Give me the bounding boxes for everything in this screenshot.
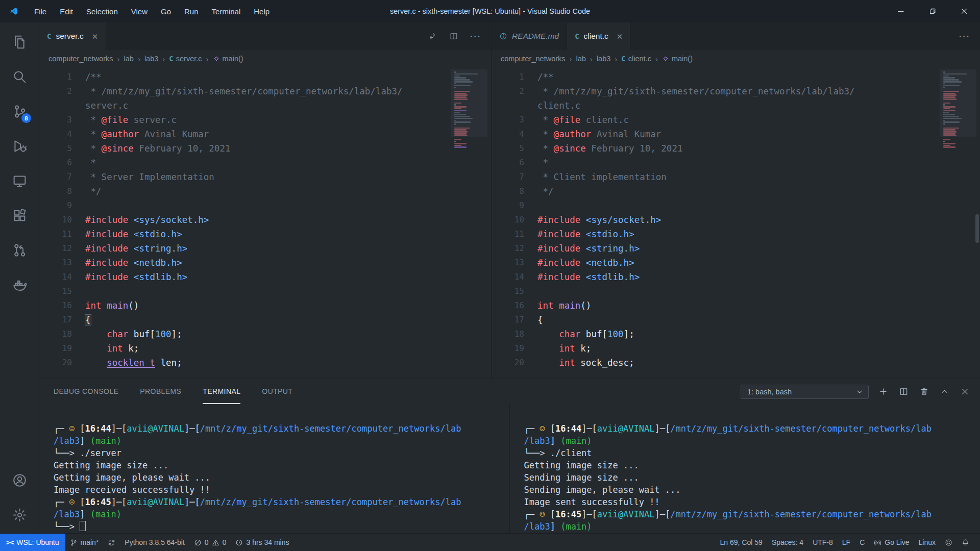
terminal-line[interactable]: Getting image, please wait ... bbox=[54, 471, 504, 484]
close-panel-button[interactable] bbox=[958, 385, 972, 398]
code-line[interactable]: 5 * @since February 10, 2021 bbox=[492, 141, 980, 156]
terminal-line[interactable]: ┌─ ☺ [16:45]─[avii@AVINAL]─[/mnt/z/my_gi… bbox=[524, 508, 975, 520]
breadcrumb-item-server-c[interactable]: Cserver.c bbox=[169, 55, 202, 63]
code-line[interactable]: 3 * @file client.c bbox=[492, 113, 980, 127]
terminal-line[interactable]: └──> ./client bbox=[524, 447, 975, 459]
close-icon[interactable]: ✕ bbox=[92, 33, 99, 40]
code-line[interactable]: 9 bbox=[39, 198, 491, 213]
activity-bar-explorer[interactable] bbox=[0, 24, 39, 59]
code-line[interactable]: 12#include <string.h> bbox=[492, 241, 980, 256]
panel-tab-problems[interactable]: PROBLEMS bbox=[140, 379, 181, 404]
code-line[interactable]: 11#include <stdio.h> bbox=[39, 227, 491, 241]
terminal-line[interactable]: Sending image, please wait ... bbox=[524, 484, 975, 496]
code-line[interactable]: 2 * /mnt/z/my_git/sixth-semester/compute… bbox=[39, 84, 491, 98]
terminal-line[interactable]: /lab3] (main) bbox=[524, 520, 975, 533]
code-line[interactable]: 20 socklen_t len; bbox=[39, 356, 491, 370]
minimap-slider[interactable] bbox=[940, 69, 976, 137]
status-eol[interactable]: LF bbox=[838, 534, 855, 551]
terminal-line[interactable]: /lab3] (main) bbox=[524, 435, 975, 447]
status-language-mode[interactable]: C bbox=[855, 534, 869, 551]
split-editor-button[interactable] bbox=[446, 29, 461, 44]
minimap-slider[interactable] bbox=[451, 69, 487, 137]
status-indentation[interactable]: Spaces: 4 bbox=[767, 534, 808, 551]
terminal-line[interactable]: /lab3] (main) bbox=[54, 435, 504, 447]
code-line[interactable]: 12#include <string.h> bbox=[39, 241, 491, 256]
code-line[interactable]: 15 bbox=[39, 284, 491, 298]
breadcrumb-item-main[interactable]: main() bbox=[662, 55, 693, 63]
status-encoding[interactable]: UTF-8 bbox=[808, 534, 838, 551]
tab-server-c[interactable]: Cserver.c✕ bbox=[39, 22, 106, 50]
code-line[interactable]: 5 * @since February 10, 2021 bbox=[39, 141, 491, 156]
code-line[interactable]: 13#include <netdb.h> bbox=[492, 256, 980, 270]
menu-file[interactable]: File bbox=[28, 0, 53, 22]
activity-bar-run-and-debug[interactable] bbox=[0, 129, 39, 163]
terminal-pane-left[interactable]: ┌─ ☺ [16:44]─[avii@AVINAL]─[/mnt/z/my_gi… bbox=[39, 404, 510, 534]
menu-run[interactable]: Run bbox=[178, 0, 205, 22]
terminal-line[interactable]: Getting image size ... bbox=[54, 459, 504, 471]
code-line[interactable]: 17{ bbox=[39, 313, 491, 327]
code-line[interactable]: 20 int sock_desc; bbox=[492, 356, 980, 370]
terminal-line[interactable]: Getting image size ... bbox=[524, 459, 975, 471]
code-line[interactable]: 3 * @file server.c bbox=[39, 113, 491, 127]
menu-view[interactable]: View bbox=[125, 0, 154, 22]
breadcrumb-item-lab[interactable]: lab bbox=[576, 55, 586, 63]
terminal-pane-right[interactable]: ┌─ ☺ [16:44]─[avii@AVINAL]─[/mnt/z/my_gi… bbox=[510, 404, 980, 534]
activity-bar-extensions[interactable] bbox=[0, 198, 39, 233]
code-line[interactable]: 8 */ bbox=[492, 184, 980, 198]
panel-tab-terminal[interactable]: TERMINAL bbox=[203, 379, 240, 404]
activity-bar-settings[interactable] bbox=[0, 497, 39, 532]
code-line[interactable]: 18 char buf[100]; bbox=[492, 327, 980, 341]
breadcrumb-item-lab3[interactable]: lab3 bbox=[144, 55, 158, 63]
code-line[interactable]: 7 * Client implementation bbox=[492, 170, 980, 184]
breadcrumb-item-computer-networks[interactable]: computer_networks bbox=[501, 55, 566, 63]
code-line[interactable]: 2 * /mnt/z/my_git/sixth-semester/compute… bbox=[492, 84, 980, 98]
code-line[interactable]: 4 * @author Avinal Kumar bbox=[39, 127, 491, 141]
code-line[interactable]: 6 * bbox=[492, 156, 980, 170]
status-sync[interactable] bbox=[103, 534, 120, 551]
menu-terminal[interactable]: Terminal bbox=[205, 0, 248, 22]
tab-readme-md[interactable]: README.md bbox=[492, 22, 567, 50]
status-python-interpreter[interactable]: Python 3.8.5 64-bit bbox=[120, 534, 189, 551]
code-line[interactable]: client.c bbox=[492, 98, 980, 113]
activity-bar-accounts[interactable] bbox=[0, 463, 39, 497]
terminal-picker-dropdown[interactable]: 1: bash, bash bbox=[741, 385, 869, 399]
more-actions-button[interactable]: ⋯ bbox=[468, 29, 483, 44]
menu-help[interactable]: Help bbox=[247, 0, 276, 22]
terminal-line[interactable]: ┌─ ☺ [16:44]─[avii@AVINAL]─[/mnt/z/my_gi… bbox=[54, 422, 504, 435]
minimize-button[interactable] bbox=[885, 0, 917, 22]
maximize-panel-button[interactable] bbox=[938, 385, 951, 398]
code-line[interactable]: 13#include <netdb.h> bbox=[39, 256, 491, 270]
code-line[interactable]: server.c bbox=[39, 98, 491, 113]
activity-bar-remote-explorer[interactable] bbox=[0, 163, 39, 198]
minimap[interactable] bbox=[943, 71, 973, 148]
open-changes-button[interactable] bbox=[425, 29, 440, 44]
status-remote[interactable]: ><WSL: Ubuntu bbox=[0, 534, 65, 551]
kill-terminal-button[interactable] bbox=[917, 385, 931, 398]
terminal-line[interactable]: Image received successfully !! bbox=[54, 484, 504, 496]
breadcrumb-item-computer-networks[interactable]: computer_networks bbox=[48, 55, 113, 63]
scrollbar-thumb[interactable] bbox=[975, 214, 979, 243]
panel-tab-debug-console[interactable]: DEBUG CONSOLE bbox=[54, 379, 118, 404]
terminal-line[interactable]: ┌─ ☺ [16:44]─[avii@AVINAL]─[/mnt/z/my_gi… bbox=[524, 422, 975, 435]
code-line[interactable]: 1/** bbox=[492, 70, 980, 84]
terminal-line[interactable]: Image sent successfully !! bbox=[524, 496, 975, 508]
status-git-branch[interactable]: main* bbox=[65, 534, 104, 551]
terminal-line[interactable]: └──> bbox=[54, 520, 504, 533]
code-line[interactable]: 14#include <stdlib.h> bbox=[39, 270, 491, 284]
split-terminal-button[interactable] bbox=[897, 385, 911, 398]
maximize-button[interactable] bbox=[917, 0, 948, 22]
activity-bar-github-pull-requests[interactable] bbox=[0, 233, 39, 267]
panel-tab-output[interactable]: OUTPUT bbox=[262, 379, 292, 404]
code-line[interactable]: 6 * bbox=[39, 156, 491, 170]
code-line[interactable]: 4 * @author Avinal Kumar bbox=[492, 127, 980, 141]
tab-client-c[interactable]: Cclient.c✕ bbox=[567, 22, 631, 50]
status-problems[interactable]: 00 bbox=[189, 534, 231, 551]
activity-bar-docker[interactable] bbox=[0, 267, 39, 302]
menu-selection[interactable]: Selection bbox=[80, 0, 125, 22]
close-icon[interactable]: ✕ bbox=[617, 33, 623, 40]
code-line[interactable]: 19 int k; bbox=[39, 341, 491, 356]
more-actions-button[interactable]: ⋯ bbox=[957, 29, 972, 44]
code-line[interactable]: 8 */ bbox=[39, 184, 491, 198]
menu-edit[interactable]: Edit bbox=[53, 0, 80, 22]
code-editor[interactable]: 1/**2 * /mnt/z/my_git/sixth-semester/com… bbox=[39, 67, 491, 379]
